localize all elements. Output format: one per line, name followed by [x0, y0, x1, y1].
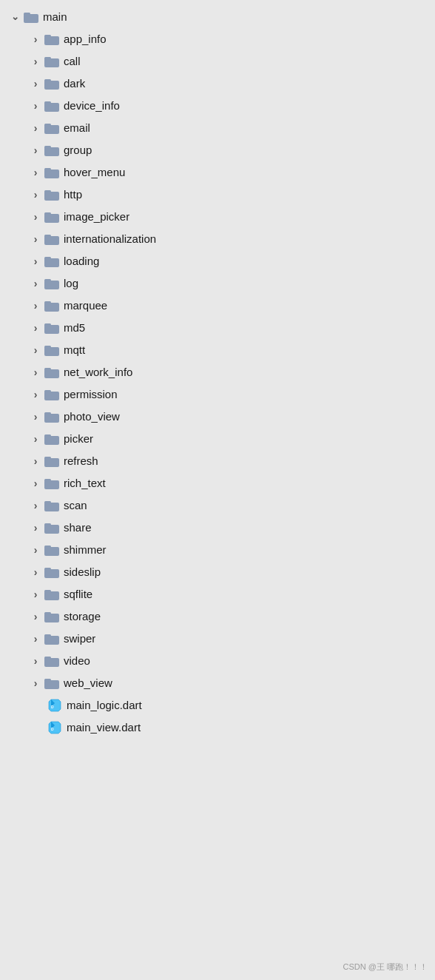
folder-icon: [44, 566, 59, 578]
folder-icon: [44, 411, 59, 423]
tree-item-label: storage: [64, 608, 101, 625]
list-item[interactable]: device_info: [0, 95, 435, 117]
svg-rect-61: [44, 679, 51, 682]
tree-item-label: log: [64, 275, 78, 292]
chevron-right-icon: [30, 344, 41, 356]
list-item[interactable]: share: [0, 517, 435, 539]
tree-item-label: permission: [64, 386, 118, 403]
list-item[interactable]: http: [0, 184, 435, 206]
folder-icon: [44, 455, 59, 467]
folder-icon: [44, 255, 59, 267]
watermark: CSDN @王 哪跑！！！: [343, 961, 428, 973]
list-item[interactable]: group: [0, 139, 435, 161]
svg-rect-29: [44, 323, 51, 326]
tree-item-label: web_view: [64, 674, 112, 692]
svg-rect-59: [44, 657, 51, 660]
list-item[interactable]: video: [0, 650, 435, 672]
svg-rect-51: [44, 568, 51, 571]
list-item[interactable]: sqflite: [0, 583, 435, 605]
list-item[interactable]: net_work_info: [0, 361, 435, 383]
list-item[interactable]: mqtt: [0, 339, 435, 361]
list-item[interactable]: shimmer: [0, 539, 435, 561]
list-item[interactable]: hover_menu: [0, 161, 435, 184]
svg-rect-25: [44, 279, 51, 282]
chevron-right-icon: [30, 122, 41, 134]
chevron-right-icon: [30, 33, 41, 45]
tree-item-label: scan: [64, 497, 87, 514]
chevron-right-icon: [30, 455, 41, 467]
list-item[interactable]: web_view: [0, 672, 435, 694]
chevron-right-icon: [30, 322, 41, 334]
chevron-right-icon: [30, 366, 41, 378]
folder-icon: [44, 477, 59, 489]
folder-icon: [44, 233, 59, 245]
list-item[interactable]: swiper: [0, 628, 435, 650]
dart-file-icon: D: [47, 699, 62, 712]
list-item[interactable]: app_info: [0, 28, 435, 50]
chevron-right-icon: [30, 144, 41, 156]
list-item[interactable]: sideslip: [0, 561, 435, 583]
tree-item-label: swiper: [64, 630, 95, 648]
list-item[interactable]: image_picker: [0, 206, 435, 228]
tree-item-label: group: [64, 141, 92, 159]
folder-icon: [44, 56, 59, 67]
folder-icon: [44, 300, 59, 312]
list-item[interactable]: refresh: [0, 450, 435, 472]
chevron-right-icon: [30, 500, 41, 511]
svg-rect-23: [44, 257, 51, 260]
folder-icon: [44, 211, 59, 223]
folder-icon: [44, 677, 59, 689]
svg-rect-31: [44, 346, 51, 349]
tree-children: app_info call dark: [0, 28, 435, 739]
list-item[interactable]: scan: [0, 494, 435, 517]
chevron-right-icon: [30, 633, 41, 645]
folder-icon: [44, 78, 59, 90]
list-item[interactable]: log: [0, 272, 435, 295]
tree-item-label: main_logic.dart: [67, 697, 142, 714]
list-item[interactable]: marquee: [0, 295, 435, 317]
tree-item-label: call: [64, 53, 81, 70]
chevron-right-icon: [30, 411, 41, 423]
tree-item-label: hover_menu: [64, 164, 125, 181]
svg-rect-43: [44, 479, 51, 482]
list-item[interactable]: call: [0, 50, 435, 73]
chevron-right-icon: [30, 167, 41, 178]
list-item[interactable]: photo_view: [0, 406, 435, 428]
list-item[interactable]: D main_logic.dart: [0, 694, 435, 716]
svg-rect-27: [44, 301, 51, 304]
dart-file-icon: D: [47, 721, 62, 734]
list-item[interactable]: permission: [0, 383, 435, 406]
list-item[interactable]: storage: [0, 605, 435, 628]
folder-icon: [44, 655, 59, 667]
list-item[interactable]: dark: [0, 73, 435, 95]
list-item[interactable]: md5: [0, 317, 435, 339]
list-item[interactable]: internationalization: [0, 228, 435, 250]
list-item[interactable]: D main_view.dart: [0, 716, 435, 739]
svg-rect-1: [24, 13, 30, 16]
list-item[interactable]: rich_text: [0, 472, 435, 494]
folder-icon: [44, 100, 59, 112]
chevron-right-icon: [30, 522, 41, 534]
chevron-right-icon: [30, 233, 41, 245]
svg-rect-35: [44, 390, 51, 393]
tree-item-label: video: [64, 652, 90, 670]
chevron-down-icon: [9, 11, 21, 23]
tree-item-label: mqtt: [64, 341, 85, 359]
tree-item-main[interactable]: main: [0, 6, 435, 28]
tree-item-label: share: [64, 519, 92, 537]
chevron-right-icon: [30, 300, 41, 312]
folder-icon: [44, 522, 59, 534]
tree-item-label: refresh: [64, 452, 98, 470]
folder-icon: [44, 389, 59, 400]
list-item[interactable]: loading: [0, 250, 435, 272]
tree-item-label: md5: [64, 319, 85, 337]
list-item[interactable]: picker: [0, 428, 435, 450]
chevron-right-icon: [30, 100, 41, 112]
svg-rect-55: [44, 612, 51, 615]
folder-icon: [44, 588, 59, 600]
chevron-right-icon: [30, 677, 41, 689]
folder-icon: [44, 278, 59, 289]
svg-rect-15: [44, 168, 51, 171]
list-item[interactable]: email: [0, 117, 435, 139]
folder-icon: [44, 366, 59, 378]
